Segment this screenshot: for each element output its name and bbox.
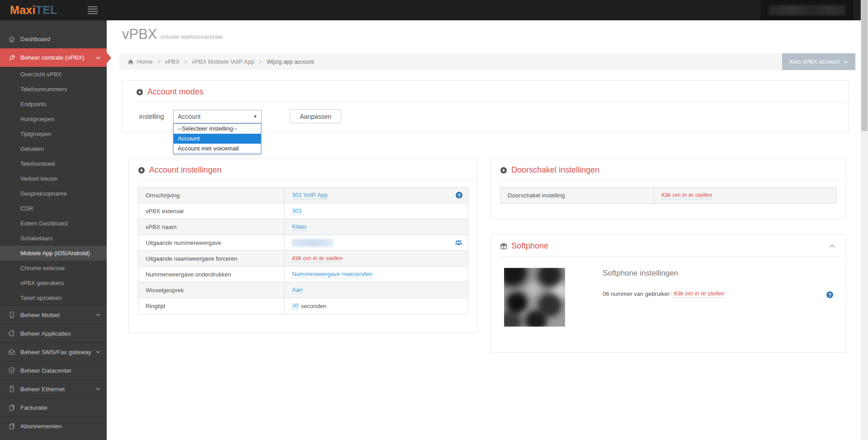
forward-settings-panel: Doorschakel instellingen Doorschakel ins… (491, 159, 846, 220)
sidebar-subitem-verkort-kiezen[interactable]: Verkort kiezen (0, 171, 107, 186)
sidebar-item-beheer-mobiel[interactable]: Beheer Mobiel (0, 305, 107, 324)
logo-part-maxi: Maxi (10, 4, 36, 16)
select-option-account[interactable]: Account (174, 134, 261, 144)
instelling-select[interactable]: Account ▼ (173, 110, 262, 123)
row-label: Omschrijving (138, 187, 285, 203)
breadcrumb-separator: > (157, 59, 160, 65)
sidebar-subitem-overzicht-vpbx[interactable]: Overzicht vPBX (0, 67, 107, 82)
topbar-account-area[interactable] (760, 0, 854, 20)
breadcrumb-separator: > (259, 59, 262, 65)
sidebar-subitem-chrome-extensie[interactable]: Chrome extensie (0, 261, 107, 276)
wisselgesprek-value-link[interactable]: Aan (292, 286, 302, 294)
sidebar-item-label: Beheer Mobiel (20, 312, 60, 318)
nummerweergave-value-link[interactable]: Nummerweergave meezenden (292, 271, 373, 278)
sidebar-item-dashboard[interactable]: Dashboard (0, 30, 107, 48)
account-modes-form: instelling Account ▼ --Selecteer instell… (123, 109, 849, 123)
chevron-down-icon (96, 388, 100, 390)
sidebar-subitem-cdr[interactable]: CDR (0, 201, 107, 216)
chevron-up-icon[interactable] (830, 244, 835, 248)
sidebar: Dashboard Beheer centrale (vPBX) Overzic… (0, 20, 107, 440)
sidebar-subitem-geluiden[interactable]: Geluiden (0, 141, 107, 156)
sidebar-item-beheer-datacenter[interactable]: Beheer Datacenter (0, 361, 107, 379)
page-header: vPBXvirtuele telefooncentrale (107, 20, 861, 42)
select-option-placeholder[interactable]: --Selecteer instelling-- (174, 124, 261, 134)
sidebar-subitem-mobiele-app[interactable]: Mobiele App (iOS/Android) (0, 246, 107, 261)
sidebar-subitem-telefoonnummers[interactable]: Telefoonnummers (0, 82, 107, 97)
scrollbar-thumb[interactable] (861, 0, 868, 131)
forward-settings-table: Doorschakel instelling Klik om in te ste… (500, 187, 837, 204)
topbar-account-redacted (769, 5, 845, 15)
page-scrollbar[interactable] (861, 0, 868, 440)
sidebar-subitem-endpoints[interactable]: Endpoints (0, 97, 107, 112)
account-modes-panel: Account modes instelling Account ▼ --Sel… (122, 80, 849, 132)
divider (136, 102, 849, 103)
sidebar-item-label: Beheer Ethernet (20, 386, 65, 393)
breadcrumb: Home > vPBX > vPBX Mobiele VoIP App > Wi… (119, 53, 855, 70)
sidebar-subitem-tarief-opzoeken[interactable]: Tarief opzoeken (0, 290, 107, 305)
sidebar-subitem-vpbx-gebruikers[interactable]: vPBX gebruikers (0, 276, 107, 290)
help-icon[interactable]: ? (826, 291, 833, 298)
account-modes-header: Account modes (123, 81, 849, 97)
panel-title: Doorschakel instellingen (511, 165, 599, 175)
sidebar-item-label: Facturatie (20, 404, 47, 411)
account-settings-header: Account instellingen (129, 159, 477, 175)
sidebar-item-label: Beheer Applicaties (20, 330, 71, 337)
chevron-down-icon (96, 56, 100, 59)
ringtijd-value-link[interactable]: 30 (292, 302, 298, 310)
table-row: Uitgaande nummerweergave (138, 235, 468, 251)
sidebar-item-beheer-sms-fax[interactable]: Beheer SMS/Fax gateway (0, 342, 107, 361)
sidebar-item-beheer-centrale[interactable]: Beheer centrale (vPBX) (0, 48, 107, 67)
breadcrumb-link-mobiele-voip-app[interactable]: vPBX Mobiele VoIP App (192, 58, 255, 65)
vpbx-naam-value-link[interactable]: Klaas (292, 223, 307, 231)
aanpassen-button[interactable]: Aanpassen (290, 109, 341, 123)
page-title: vPBX (122, 26, 157, 42)
divider (500, 180, 846, 181)
circle-arrow-down-icon[interactable] (136, 89, 143, 96)
sidebar-item-beheer-applicaties[interactable]: Beheer Applicaties (0, 324, 107, 342)
sidebar-item-abonnementen[interactable]: Abonnementen (0, 417, 107, 435)
select-option-account-voicemail[interactable]: Account met voicemail (174, 144, 261, 154)
breadcrumb-separator: > (184, 59, 187, 65)
sidebar-subitem-gespreksopname[interactable]: Gespreksopname (0, 186, 107, 201)
omschrijving-value-link[interactable]: 301 VoIP App (292, 192, 328, 199)
sidebar-subitem-tijdgroepen[interactable]: Tijdgroepen (0, 126, 107, 141)
sidebar-subitem-extern-dashboard[interactable]: Extern Dashboard (0, 216, 107, 231)
table-row: Nummerweergave onderdrukken Nummerweerga… (138, 267, 468, 282)
row-label: Doorschakel instelling (500, 187, 654, 203)
table-row: Uitgaande naamweergave forceren Klik om … (138, 251, 468, 267)
kies-vpbx-account-label: Kies vPBX account (789, 58, 840, 65)
sidebar-item-facturatie[interactable]: Facturatie (0, 398, 107, 417)
naamweergave-unset-link[interactable]: Klik om in te stellen (292, 255, 343, 262)
qr-code-blurred-image (504, 268, 565, 327)
topbar: MaxiTEL (0, 0, 861, 20)
app-logo[interactable]: MaxiTEL (10, 4, 57, 17)
users-group-icon[interactable] (455, 239, 462, 246)
vpbx-extensie-value-link[interactable]: 301 (292, 207, 302, 215)
sidebar-subitem-huntgroepen[interactable]: Huntgroepen (0, 112, 107, 126)
doorschakel-unset-link[interactable]: Klik om in te stellen (661, 192, 712, 199)
kies-vpbx-account-button[interactable]: Kies vPBX account (782, 53, 855, 70)
breadcrumb-link-home[interactable]: Home (137, 58, 153, 65)
shield-icon (8, 367, 15, 374)
logo-part-tel: TEL (36, 4, 57, 16)
sidebar-subitem-schakelaars[interactable]: Schakelaars (0, 231, 107, 246)
home-icon[interactable] (127, 59, 134, 65)
breadcrumb-link-vpbx[interactable]: vPBX (165, 58, 180, 65)
row-label: Wisselgesprek (138, 282, 285, 298)
sidebar-item-beheer-ethernet[interactable]: Beheer Ethernet (0, 379, 107, 398)
circle-arrow-down-icon[interactable] (138, 167, 145, 174)
ringtijd-suffix: seconden (301, 303, 326, 309)
mobile-number-unset-link[interactable]: Klik om in te stellen (674, 290, 725, 298)
forward-settings-header: Doorschakel instellingen (491, 159, 846, 175)
row-label: vPBX extensie (138, 203, 285, 219)
sidebar-subitem-telefoonboek[interactable]: Telefoonboek (0, 156, 107, 171)
help-icon[interactable]: ? (456, 192, 462, 199)
chevron-down-icon (844, 61, 848, 63)
table-row: vPBX extensie 301 (138, 203, 468, 219)
hamburger-menu-icon[interactable] (88, 6, 98, 14)
uitgaande-nummerweergave-redacted-value[interactable] (292, 239, 334, 247)
sidebar-item-label: Beheer Datacenter (20, 367, 71, 374)
sidebar-item-label: Dashboard (20, 36, 50, 42)
circle-arrow-down-icon[interactable] (500, 167, 507, 174)
sidebar-submenu: Overzicht vPBX Telefoonnummers Endpoints… (0, 67, 107, 305)
